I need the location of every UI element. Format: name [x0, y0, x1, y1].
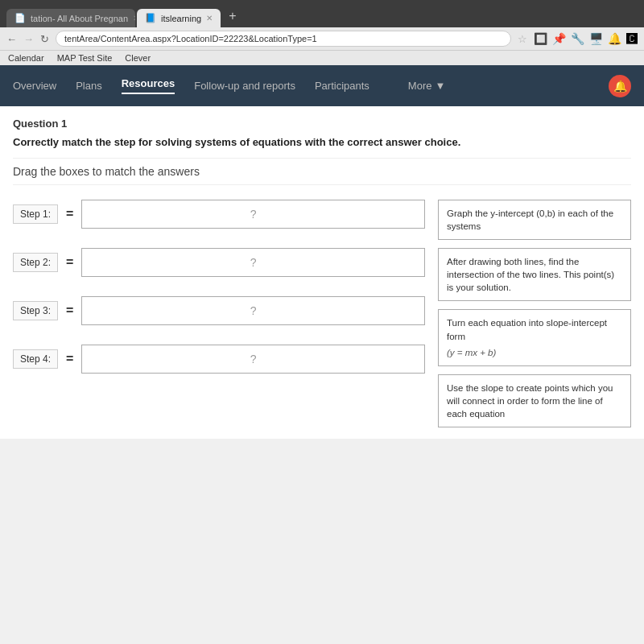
answer-choice-3-subtext: (y = mx + b) [447, 346, 622, 359]
tab-1-label: tation- All About Pregnan [31, 14, 128, 23]
more-chevron-icon: ▼ [435, 80, 445, 92]
question-text: Correctly match the step for solving sys… [13, 136, 631, 148]
answer-choice-1-text: Graph the y-intercept (0,b) in each of t… [447, 208, 613, 231]
answer-choice-3-text: Turn each equation into slope-intercept … [447, 318, 607, 341]
step-3-label: Step 3: [13, 301, 58, 320]
answer-box-3[interactable]: ? [81, 296, 425, 325]
equals-2: = [66, 255, 73, 270]
answer-choice-3[interactable]: Turn each equation into slope-intercept … [438, 309, 631, 365]
answer-box-4[interactable]: ? [81, 345, 425, 374]
content-area: Question 1 Correctly match the step for … [0, 106, 644, 439]
reload-icon[interactable]: ↻ [40, 33, 49, 45]
browser-icon-6: 🅲 [626, 32, 638, 45]
browser-icon-4: 🖥️ [589, 32, 603, 45]
answer-choice-2-text: After drawing both lines, find the inter… [447, 257, 614, 292]
bookmark-bar: Calendar MAP Test Site Clever [0, 50, 644, 65]
tab-1-close[interactable]: ✕ [133, 14, 135, 23]
step-row-4: Step 4: = ? [13, 345, 425, 374]
answer-box-2[interactable]: ? [81, 248, 425, 277]
equals-3: = [66, 303, 73, 318]
answer-choice-1[interactable]: Graph the y-intercept (0,b) in each of t… [438, 200, 631, 240]
step-4-label: Step 4: [13, 349, 58, 369]
address-bar: ← → ↻ tentArea/ContentArea.aspx?Location… [0, 27, 644, 50]
equals-1: = [66, 207, 73, 221]
step-2-label: Step 2: [13, 253, 58, 272]
answer-box-4-placeholder: ? [250, 353, 257, 365]
browser-icon-1: 🔲 [534, 32, 547, 45]
notification-icon[interactable]: 🔔 [609, 75, 631, 97]
main-layout: Step 1: = ? Step 2: = ? Step 3: = ? [13, 200, 631, 427]
bookmark-clever[interactable]: Clever [125, 53, 151, 63]
answer-box-2-placeholder: ? [250, 256, 257, 269]
app-header: Overview Plans Resources Follow-up and r… [0, 65, 644, 106]
browser-icon-5: 🔔 [608, 32, 621, 45]
answer-box-1[interactable]: ? [81, 200, 425, 229]
tab-2-favicon: 📘 [145, 13, 156, 23]
drag-instruction: Drag the boxes to match the answers [13, 158, 631, 185]
nav-overview[interactable]: Overview [13, 80, 56, 92]
tab-1-favicon: 📄 [14, 13, 26, 23]
step-row-1: Step 1: = ? [13, 200, 425, 229]
app-nav: Overview Plans Resources Follow-up and r… [0, 65, 644, 106]
tab-2[interactable]: 📘 itslearning ✕ [137, 9, 221, 27]
browser-icon-3: 🔧 [571, 32, 584, 45]
bookmark-map-test[interactable]: MAP Test Site [57, 53, 113, 63]
answer-choice-4-text: Use the slope to create points which you… [447, 383, 613, 419]
answers-column: Graph the y-intercept (0,b) in each of t… [438, 200, 631, 427]
star-icon[interactable]: ☆ [518, 33, 527, 45]
step-row-3: Step 3: = ? [13, 296, 425, 325]
more-dropdown[interactable]: More ▼ [395, 72, 459, 100]
answer-box-1-placeholder: ? [250, 208, 257, 221]
nav-participants[interactable]: Participants [315, 80, 369, 92]
tab-2-label: itslearning [161, 14, 201, 23]
nav-resources[interactable]: Resources [122, 77, 175, 94]
browser-chrome: 📄 tation- All About Pregnan ✕ 📘 itslearn… [0, 0, 644, 65]
answer-choice-2[interactable]: After drawing both lines, find the inter… [438, 248, 631, 301]
browser-icon-2: 📌 [552, 32, 566, 45]
forward-icon[interactable]: → [23, 33, 34, 45]
tab-2-close[interactable]: ✕ [206, 14, 213, 23]
answer-box-3-placeholder: ? [250, 304, 257, 317]
answer-choice-4[interactable]: Use the slope to create points which you… [438, 374, 631, 427]
bookmark-calendar[interactable]: Calendar [8, 53, 44, 63]
step-row-2: Step 2: = ? [13, 248, 425, 277]
question-label: Question 1 [13, 118, 631, 130]
url-input[interactable]: tentArea/ContentArea.aspx?LocationID=222… [56, 31, 511, 47]
nav-followup[interactable]: Follow-up and reports [194, 80, 295, 92]
nav-plans[interactable]: Plans [76, 80, 102, 92]
equals-4: = [66, 352, 73, 366]
more-label: More [408, 80, 432, 92]
steps-column: Step 1: = ? Step 2: = ? Step 3: = ? [13, 200, 425, 427]
back-icon[interactable]: ← [6, 33, 17, 45]
step-1-label: Step 1: [13, 204, 58, 224]
new-tab-button[interactable]: + [222, 5, 242, 27]
tab-1[interactable]: 📄 tation- All About Pregnan ✕ [6, 9, 135, 27]
